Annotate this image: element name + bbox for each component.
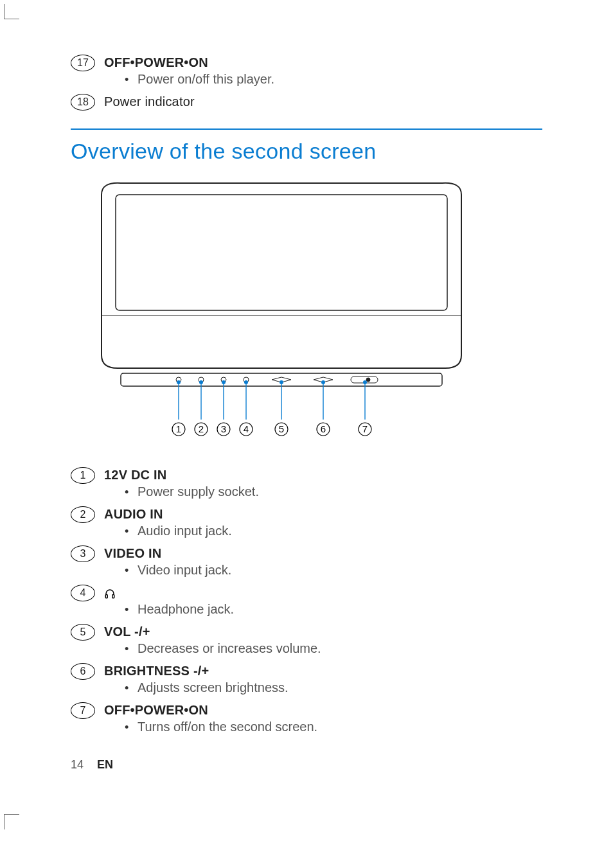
definition-item: 5VOL -/+•Decreases or increases volume. [71,624,542,658]
bullet-icon: • [125,719,138,736]
item-number: 3 [71,545,95,562]
item-title: VOL -/+ [104,624,542,639]
item-number: 1 [71,467,95,484]
definition-item: 112V DC IN•Power supply socket. [71,467,542,501]
item-desc: Turns off/on the second screen. [138,718,317,736]
section-title: Overview of the second screen [71,139,542,164]
item-title: VIDEO IN [104,546,542,561]
svg-point-16 [177,380,181,384]
item-title [104,585,542,600]
item-desc: Headphone jack. [138,600,234,619]
definition-item: 4•Headphone jack. [71,585,542,619]
svg-point-22 [363,380,367,384]
svg-point-17 [199,380,203,384]
svg-text:5: 5 [279,423,284,434]
svg-point-8 [366,378,370,382]
bullet-icon: • [125,484,138,500]
definition-item: 2AUDIO IN•Audio input jack. [71,506,542,540]
item-number: 5 [71,624,95,641]
item-desc: Audio input jack. [138,522,232,540]
definition-item: 7OFF•POWER•ON•Turns off/on the second sc… [71,702,542,736]
item-number: 4 [71,585,95,601]
item-title: OFF•POWER•ON [104,55,542,70]
item-number: 6 [71,663,95,680]
definition-item: 6BRIGHTNESS -/+•Adjusts screen brightnes… [71,663,542,697]
page-language: EN [97,758,113,771]
definition-list: 112V DC IN•Power supply socket.2AUDIO IN… [71,467,542,736]
manual-page: 17 OFF•POWER•ON • Power on/off this play… [0,0,613,767]
item-desc: Power on/off this player. [138,70,274,89]
item-number: 18 [71,94,95,111]
item-desc: Power supply socket. [138,483,259,501]
item-title: OFF•POWER•ON [104,703,542,718]
second-screen-illustration: 1 2 3 4 5 6 7 [76,175,487,445]
item-title: AUDIO IN [104,507,542,522]
svg-point-20 [280,380,283,384]
svg-point-18 [222,380,226,384]
svg-text:2: 2 [199,423,204,434]
section-rule [71,128,542,130]
svg-point-19 [244,380,248,384]
bullet-icon: • [125,523,138,540]
svg-text:3: 3 [221,423,226,434]
bullet-icon: • [125,71,138,88]
item-desc: Video input jack. [138,561,231,580]
svg-rect-0 [116,195,447,310]
item-title: 12V DC IN [104,468,542,483]
page-footer: 14 EN [71,758,113,772]
bullet-icon: • [125,680,138,696]
svg-text:1: 1 [176,423,181,434]
svg-text:6: 6 [321,423,326,434]
svg-point-21 [321,380,325,384]
definition-item: 3VIDEO IN•Video input jack. [71,545,542,580]
bullet-icon: • [125,641,138,657]
svg-rect-38 [112,594,114,598]
svg-rect-37 [105,594,107,598]
page-number: 14 [71,758,84,771]
svg-text:7: 7 [362,423,368,434]
svg-text:4: 4 [244,423,249,434]
bullet-icon: • [125,562,138,579]
item-title: BRIGHTNESS -/+ [104,664,542,678]
item-desc: Adjusts screen brightness. [138,678,289,697]
headphones-icon [104,588,116,599]
item-number: 17 [71,55,95,71]
product-diagram: 1 2 3 4 5 6 7 [71,175,482,448]
crop-mark [4,814,19,829]
item-number: 7 [71,702,95,719]
bullet-icon: • [125,601,138,618]
crop-mark [4,4,19,19]
item-title: Power indicator [104,94,542,109]
definition-item-18: 18 Power indicator [71,94,542,111]
item-desc: Decreases or increases volume. [138,639,321,658]
item-number: 2 [71,506,95,523]
definition-item-17: 17 OFF•POWER•ON • Power on/off this play… [71,55,542,89]
